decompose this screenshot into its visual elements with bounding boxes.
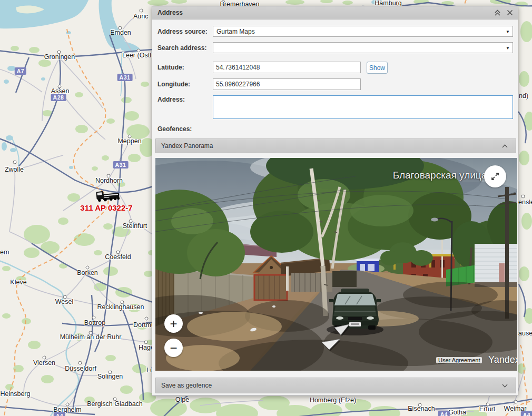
panorama-section-label: Yandex Panorama bbox=[156, 142, 213, 150]
street-name-label: Благоварская улица bbox=[387, 170, 492, 181]
map-city-label: Bergisch Gladbach bbox=[87, 400, 143, 408]
chevron-up-icon bbox=[501, 141, 508, 151]
road-shield: A4 bbox=[521, 411, 532, 416]
address-source-value: Gurtam Maps bbox=[216, 28, 255, 35]
city-marker bbox=[13, 161, 17, 164]
dialog-header[interactable]: Address bbox=[152, 6, 518, 19]
map-city-label: Emden bbox=[110, 29, 131, 36]
city-marker bbox=[514, 400, 518, 404]
map-city-label: Bottrop bbox=[84, 319, 105, 326]
map-city-label: Erfurt bbox=[479, 405, 496, 413]
map-city-label: Solingen bbox=[97, 373, 123, 380]
search-address-select[interactable]: ▼ bbox=[213, 42, 513, 53]
collapse-dialog-icon[interactable] bbox=[494, 9, 501, 16]
city-marker bbox=[145, 317, 149, 321]
pano-zoom-out-button[interactable]: − bbox=[164, 339, 183, 357]
map-city-label: Düsseldorf bbox=[65, 365, 96, 372]
map-city-label: ensle bbox=[518, 199, 532, 206]
map-city-label: Coesfeld bbox=[105, 253, 131, 261]
map-city-label: Eisenach bbox=[408, 405, 435, 412]
dropdown-arrow-icon: ▼ bbox=[506, 45, 510, 50]
map-city-label: Meppen bbox=[117, 137, 141, 145]
longitude-input[interactable] bbox=[213, 78, 361, 90]
map-city-label: nd) bbox=[519, 92, 528, 100]
latitude-label: Latitude: bbox=[157, 64, 184, 71]
user-agreement-link[interactable]: User Agreement bbox=[436, 357, 482, 363]
geofences-label: Geofences: bbox=[157, 125, 192, 133]
pano-zoom-in-button[interactable]: + bbox=[164, 314, 183, 333]
street-panorama[interactable]: Благоварская улица + − User Agreement Ya… bbox=[155, 158, 517, 371]
expand-icon bbox=[490, 172, 500, 181]
latitude-input[interactable] bbox=[213, 62, 361, 73]
map-city-label: Mülheim an der Ruhr bbox=[60, 333, 122, 341]
map-city-label: Wesel bbox=[55, 298, 74, 305]
map-city-label: Olpe bbox=[175, 396, 189, 403]
map-city-label: Kleve bbox=[10, 279, 26, 286]
map-city-label: Auric bbox=[133, 13, 148, 20]
road-shield: A7 bbox=[15, 67, 26, 75]
map-city-label: Viersen bbox=[33, 359, 55, 367]
city-marker bbox=[140, 9, 143, 13]
map-city-label: em bbox=[0, 249, 9, 256]
panorama-scene bbox=[155, 158, 517, 371]
address-dialog: Address Address source: Gurtam Maps ▼ Se… bbox=[152, 6, 518, 396]
map-city-label: Recklinghausen bbox=[97, 303, 144, 311]
dropdown-arrow-icon: ▼ bbox=[506, 29, 510, 34]
road-shield: A28 bbox=[51, 94, 66, 101]
longitude-label: Longitude: bbox=[157, 81, 190, 88]
address-source-select[interactable]: Gurtam Maps ▼ bbox=[213, 26, 513, 37]
unit-label[interactable]: 311 AP 0322-7 bbox=[80, 203, 132, 212]
road-shield: A31 bbox=[113, 161, 129, 169]
city-marker bbox=[78, 361, 82, 365]
close-icon[interactable] bbox=[506, 9, 514, 16]
map-city-label: ausen bbox=[518, 330, 532, 337]
map-city-label: Heinsberg bbox=[1, 390, 31, 398]
road-shield: A4 bbox=[438, 411, 450, 416]
panorama-section-bar[interactable]: Yandex Panorama bbox=[155, 138, 516, 153]
map-city-label: Groningen bbox=[44, 53, 75, 61]
map-city-label: Homberg (Efze) bbox=[310, 397, 356, 404]
address-textarea[interactable] bbox=[213, 95, 513, 119]
map-city-label: Leer (Ostfri bbox=[122, 52, 155, 59]
city-marker bbox=[521, 195, 525, 199]
map-city-label: Gotha bbox=[448, 409, 466, 416]
save-geofence-label: Save as geofence bbox=[156, 382, 212, 389]
app-stage: 311 AP 0322-7 BremerhavenHamburgAuricEmd… bbox=[0, 0, 532, 416]
search-address-label: Search address: bbox=[157, 44, 206, 52]
dialog-title: Address bbox=[152, 9, 183, 16]
address-label: Address: bbox=[157, 96, 185, 103]
map-city-label: Nordhorn bbox=[95, 177, 123, 184]
save-geofence-section-bar[interactable]: Save as geofence bbox=[155, 378, 516, 393]
map-city-label: Zwolle bbox=[5, 166, 24, 173]
fullscreen-button[interactable] bbox=[484, 165, 506, 187]
road-shield: A4 bbox=[54, 412, 65, 416]
yandex-logo[interactable]: Yandex bbox=[488, 354, 517, 365]
address-source-label: Address source: bbox=[157, 28, 208, 35]
chevron-down-icon bbox=[501, 381, 508, 390]
road-shield: A31 bbox=[117, 74, 133, 81]
map-city-label: Borken bbox=[77, 269, 98, 276]
show-button[interactable]: Show bbox=[367, 62, 388, 74]
map-city-label: Steinfurt bbox=[123, 222, 147, 230]
